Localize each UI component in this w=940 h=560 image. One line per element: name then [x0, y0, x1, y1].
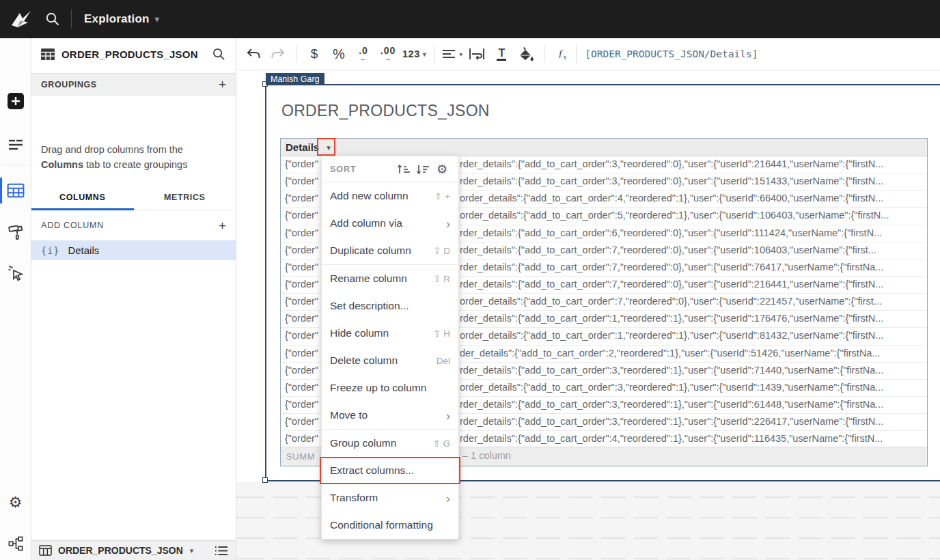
menu-item-set-description[interactable]: Set description... — [322, 292, 458, 320]
sort-descending-icon[interactable] — [415, 162, 431, 177]
number-format-label: 123 — [402, 48, 420, 59]
document-title-dropdown[interactable]: Exploration ▾ — [84, 12, 159, 26]
text-color-glyph: T — [497, 47, 506, 61]
panel-search-icon[interactable] — [212, 47, 226, 61]
footer-table-name[interactable]: ORDER_PRODUCTS_JSON — [58, 545, 183, 556]
table-element-title[interactable]: ORDER_PRODUCTS_JSON — [281, 102, 490, 120]
menu-shortcut: Del — [437, 356, 450, 366]
add-column-label: ADD COLUMN — [41, 221, 219, 230]
global-search-icon[interactable] — [42, 9, 63, 29]
selection-border-left[interactable] — [265, 84, 266, 481]
fx-icon: ƒx — [552, 43, 572, 65]
menu-item-rename-column[interactable]: Rename column⇧ R — [322, 265, 458, 292]
panel-footer: ORDER_PRODUCTS_JSON ▾ — [31, 540, 236, 560]
redo-button[interactable] — [268, 43, 288, 65]
lineage-icon[interactable] — [6, 534, 25, 553]
decrease-decimal-button[interactable]: .0← — [353, 43, 374, 65]
toolbar-divider — [296, 45, 296, 63]
cell-text-right: rder_details":{"add_to_cart_order":7,"re… — [460, 244, 924, 255]
currency-format-button[interactable]: $ — [304, 43, 324, 65]
menu-shortcut: ⇧ G — [432, 438, 450, 449]
selection-handle-bottom-left[interactable] — [262, 477, 268, 483]
click-interaction-icon[interactable] — [6, 264, 25, 283]
menu-item-duplicate-column[interactable]: Duplicate column⇧ D — [322, 237, 458, 264]
chevron-down-icon: ▾ — [423, 51, 427, 58]
chevron-right-icon: › — [446, 492, 450, 505]
app-logo-bird-icon[interactable] — [10, 9, 33, 29]
json-type-icon: {i} — [41, 245, 59, 256]
cell-text-left: {"order" — [285, 348, 323, 359]
cell-text-right: rder_details":{"add_to_cart_order":6,"re… — [460, 227, 924, 238]
settings-gear-icon[interactable]: ⚙ — [6, 493, 25, 512]
menu-item-add-new-column[interactable]: Add new column⇧ + — [322, 182, 458, 210]
menu-label: Transform — [330, 492, 446, 504]
fill-color-button[interactable] — [516, 43, 536, 65]
formula-bar-input[interactable]: [ORDER_PRODUCTS_JSON/Details] — [585, 48, 758, 59]
add-column-plus-button[interactable]: + — [219, 219, 226, 232]
cell-text-right: order_details":{"add_to_cart_order":7,"r… — [460, 296, 924, 307]
footer-caret-icon[interactable]: ▾ — [190, 546, 194, 555]
menu-shortcut: ⇧ D — [433, 245, 450, 256]
menu-label: Conditional formatting — [330, 519, 450, 531]
cell-text-right: rder_details":{"add_to_cart_order":7,"re… — [460, 279, 924, 290]
menu-item-transform[interactable]: Transform› — [322, 484, 458, 512]
menu-item-move-to[interactable]: Move to› — [322, 402, 458, 429]
menu-shortcut: ⇧ H — [433, 328, 450, 339]
fx-x: x — [564, 53, 567, 61]
menu-label: Duplicate column — [330, 244, 433, 257]
cell-text-right: rder_details":{"add_to_cart_order":1,"re… — [460, 313, 924, 324]
footer-list-icon[interactable] — [215, 545, 228, 557]
menu-label: Group column — [330, 437, 432, 449]
menu-item-hide-column[interactable]: Hide column⇧ H — [322, 320, 458, 347]
toolbar-divider — [576, 45, 577, 63]
rail-divider — [5, 165, 26, 165]
outline-icon[interactable] — [6, 135, 25, 154]
right-arrow-icon: → — [385, 55, 392, 62]
selection-border-top — [265, 84, 940, 85]
table-tool-icon[interactable] — [6, 181, 25, 200]
cell-text-right: order_details":{"add_to_cart_order":5,"r… — [460, 210, 924, 221]
wrap-text-button[interactable] — [467, 43, 487, 65]
sort-ascending-icon[interactable] — [396, 162, 412, 177]
increase-decimal-button[interactable]: .00→ — [378, 43, 398, 65]
sort-label: SORT — [330, 165, 393, 174]
chevron-down-icon: ▾ — [459, 51, 462, 58]
menu-item-delete-column[interactable]: Delete columnDel — [322, 347, 458, 374]
toolbar-divider — [434, 45, 434, 63]
collaborator-selection-tag: Manish Garg — [266, 73, 324, 85]
menu-label: Add column via — [330, 217, 446, 229]
menu-label: Move to — [330, 409, 446, 421]
cell-text-right: rder_details":{"add_to_cart_order":7,"re… — [460, 262, 924, 272]
menu-item-add-column-via[interactable]: Add column via› — [322, 210, 458, 237]
tab-metrics[interactable]: METRICS — [134, 186, 236, 210]
text-color-button[interactable]: T — [491, 43, 512, 65]
cell-text-right: rder_details":{"add_to_cart_order":3,"re… — [460, 399, 924, 410]
add-element-icon[interactable] — [6, 92, 25, 111]
menu-shortcut: ⇧ + — [434, 191, 450, 201]
table-header-row: Details ▾ — [281, 139, 927, 156]
menu-label: Rename column — [330, 272, 433, 285]
tab-columns[interactable]: COLUMNS — [31, 186, 134, 210]
cell-text-left: {"order" — [285, 227, 323, 238]
cell-text-left: {"order" — [285, 158, 323, 169]
number-format-dropdown[interactable]: 123 ▾ — [402, 43, 426, 65]
left-rail: ⚙ — [0, 38, 31, 560]
column-menu-caret-icon[interactable]: ▾ — [321, 141, 336, 154]
toolbar-divider — [544, 45, 544, 63]
add-grouping-button[interactable]: + — [219, 78, 226, 91]
format-paint-roller-icon[interactable] — [6, 223, 25, 242]
column-header-details[interactable]: Details — [286, 141, 319, 153]
undo-button[interactable] — [243, 43, 264, 65]
menu-item-extract-columns[interactable]: Extract columns... — [322, 457, 458, 484]
cell-text-left: {"order" — [285, 210, 323, 221]
sort-settings-gear-icon[interactable]: ⚙ — [434, 162, 450, 177]
app-window: Exploration ▾ ⚙ ORDER_P — [0, 0, 940, 560]
align-dropdown[interactable]: ▾ — [442, 43, 462, 65]
menu-item-conditional-formatting[interactable]: Conditional formatting — [322, 512, 458, 539]
menu-item-freeze-up-to-column[interactable]: Freeze up to column — [322, 374, 458, 402]
column-list-item-details[interactable]: {i} Details — [31, 240, 236, 260]
menu-label: Hide column — [330, 327, 433, 339]
percent-format-button[interactable]: % — [329, 43, 349, 65]
menu-item-group-column[interactable]: Group column⇧ G — [322, 430, 458, 457]
groupings-hint: Drag and drop columns from the Columns t… — [41, 142, 227, 173]
